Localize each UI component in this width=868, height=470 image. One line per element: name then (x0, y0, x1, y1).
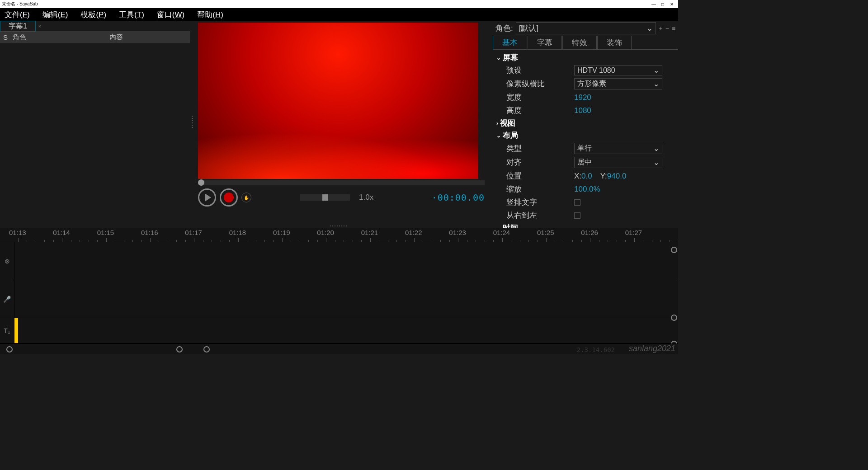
timeline: 01:1301:1401:1501:1601:1701:1801:1901:20… (0, 228, 678, 354)
progress-thumb[interactable] (198, 179, 204, 186)
section-screen[interactable]: ⌄屏幕 (496, 52, 675, 64)
align-dropdown[interactable]: 居中⌄ (574, 157, 662, 168)
menu-tools[interactable]: 工具(T) (119, 9, 144, 20)
height-value[interactable]: 1080 (574, 106, 591, 115)
col-content[interactable]: 内容 (42, 33, 190, 42)
role-label: 角色: (495, 23, 513, 33)
ruler-tick: 01:13 (9, 229, 26, 236)
zoom-handle-right[interactable] (203, 346, 210, 352)
type-dropdown[interactable]: 单行⌄ (574, 143, 662, 154)
chevron-down-icon: ⌄ (646, 24, 653, 33)
timeline-start-handle[interactable] (6, 346, 13, 352)
chevron-down-icon: ⌄ (653, 144, 659, 153)
track-text-label[interactable]: T₁ (0, 318, 14, 343)
width-label: 宽度 (506, 92, 574, 103)
track-audio-icon[interactable]: 🎤 (0, 280, 14, 318)
tab-decoration[interactable]: 装饰 (597, 36, 632, 49)
playhead[interactable] (14, 318, 18, 343)
progress-bar[interactable] (198, 180, 485, 185)
ruler-tick: 01:25 (537, 229, 554, 236)
maximize-icon[interactable]: □ (658, 2, 667, 7)
watermark: sanlang2021 (629, 344, 675, 353)
hand-button[interactable]: ✋ (241, 193, 251, 202)
zoom-handle-left[interactable] (176, 346, 183, 352)
vertical-label: 竖排文字 (506, 197, 574, 207)
menu-bar: 文件(F) 编辑(E) 模板(P) 工具(T) 窗口(W) 帮助(H) (0, 8, 678, 21)
role-menu-icon[interactable]: ≡ (672, 25, 675, 32)
col-s[interactable]: S (0, 33, 11, 41)
preview-panel: ✋ 1.0x ·00:00.00 (194, 21, 493, 224)
ruler-tick: 01:14 (53, 229, 70, 236)
video-preview[interactable] (198, 23, 478, 179)
play-button[interactable] (198, 188, 216, 207)
ruler-tick: 01:20 (317, 229, 334, 236)
tab-subtitle-1[interactable]: 字幕1 (0, 21, 36, 32)
ruler-tick: 01:17 (185, 229, 202, 236)
speed-thumb[interactable] (322, 194, 328, 201)
type-label: 类型 (506, 143, 574, 154)
role-add-icon[interactable]: + (659, 25, 662, 32)
track-text[interactable] (14, 318, 678, 343)
version-label: 2.3.14.602 (577, 346, 615, 353)
menu-template[interactable]: 模板(P) (80, 9, 106, 20)
column-header: S 角色 内容 (0, 32, 190, 43)
height-label: 高度 (506, 105, 574, 116)
pos-label: 位置 (506, 171, 574, 181)
chevron-down-icon: ⌄ (496, 132, 501, 139)
track-audio[interactable] (14, 280, 678, 318)
minimize-icon[interactable]: — (649, 2, 658, 7)
col-role[interactable]: 角色 (11, 33, 42, 42)
timecode[interactable]: ·00:00.00 (432, 192, 485, 203)
vertical-checkbox[interactable] (574, 199, 580, 206)
par-dropdown[interactable]: 方形像素⌄ (574, 78, 662, 89)
ruler-tick: 01:21 (361, 229, 378, 236)
scroll-handle-1[interactable] (671, 247, 677, 253)
ruler-tick: 01:24 (493, 229, 510, 236)
subtitle-list-panel: 字幕1 × S 角色 内容 (0, 21, 190, 224)
ruler-tick: 01:27 (625, 229, 642, 236)
timeline-ruler[interactable]: 01:1301:1401:1501:1601:1701:1801:1901:20… (0, 228, 678, 242)
track-video[interactable] (14, 242, 678, 280)
menu-file[interactable]: 文件(F) (5, 9, 30, 20)
role-dropdown[interactable]: [默认]⌄ (516, 22, 656, 34)
menu-window[interactable]: 窗口(W) (157, 9, 184, 20)
section-layout[interactable]: ⌄布局 (496, 129, 675, 141)
tab-close-icon[interactable]: × (36, 21, 44, 32)
ruler-tick: 01:19 (273, 229, 290, 236)
pos-x-value[interactable]: 0.0 (581, 172, 592, 180)
ruler-tick: 01:22 (405, 229, 422, 236)
subtitle-list-body[interactable] (0, 43, 190, 224)
panel-divider[interactable] (190, 21, 194, 224)
scroll-handle-2[interactable] (671, 315, 677, 321)
ruler-tick: 01:23 (449, 229, 466, 236)
tab-subtitle[interactable]: 字幕 (528, 36, 562, 49)
menu-help[interactable]: 帮助(H) (197, 9, 223, 20)
chevron-down-icon: ⌄ (496, 55, 501, 61)
close-icon[interactable]: ✕ (667, 2, 676, 7)
properties-panel: 角色: [默认]⌄ + − ≡ 基本 字幕 特效 装饰 ⌄屏幕 预设HDTV 1… (493, 21, 678, 224)
preset-label: 预设 (506, 65, 574, 75)
rtl-checkbox[interactable] (574, 212, 580, 219)
timeline-scrollbar[interactable]: 2.3.14.602 sanlang2021 (0, 343, 678, 354)
track-video-icon[interactable]: ⊗ (0, 242, 14, 280)
ruler-tick: 01:15 (97, 229, 114, 236)
tab-effects[interactable]: 特效 (562, 36, 597, 49)
width-value[interactable]: 1920 (574, 93, 591, 102)
speed-slider[interactable] (300, 194, 350, 201)
chevron-right-icon: › (496, 120, 498, 127)
zoom-value[interactable]: 100.0% (574, 185, 600, 194)
menu-edit[interactable]: 编辑(E) (42, 9, 68, 20)
play-icon (205, 193, 211, 202)
pos-y-value[interactable]: 940.0 (607, 172, 627, 180)
record-button[interactable] (220, 188, 238, 207)
record-icon (224, 193, 234, 202)
section-view[interactable]: ›视图 (496, 117, 675, 129)
ruler-tick: 01:26 (581, 229, 598, 236)
tab-basic[interactable]: 基本 (493, 36, 527, 49)
par-label: 像素纵横比 (506, 79, 574, 89)
preset-dropdown[interactable]: HDTV 1080⌄ (574, 65, 662, 75)
chevron-down-icon: ⌄ (653, 80, 659, 88)
chevron-down-icon: ⌄ (653, 66, 659, 75)
title-bar: 未命名 - SayaSub — □ ✕ (0, 0, 678, 8)
role-remove-icon[interactable]: − (665, 25, 669, 32)
